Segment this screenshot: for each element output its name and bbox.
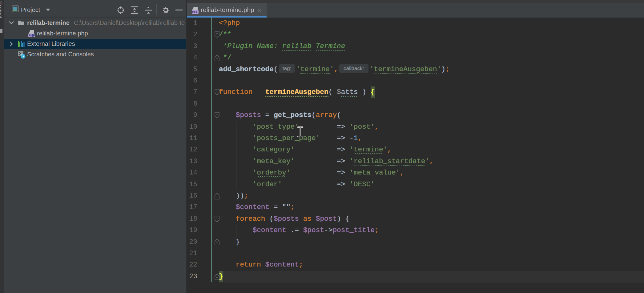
svg-text:PHP: PHP: [29, 34, 35, 37]
svg-text:PHP: PHP: [192, 10, 199, 14]
